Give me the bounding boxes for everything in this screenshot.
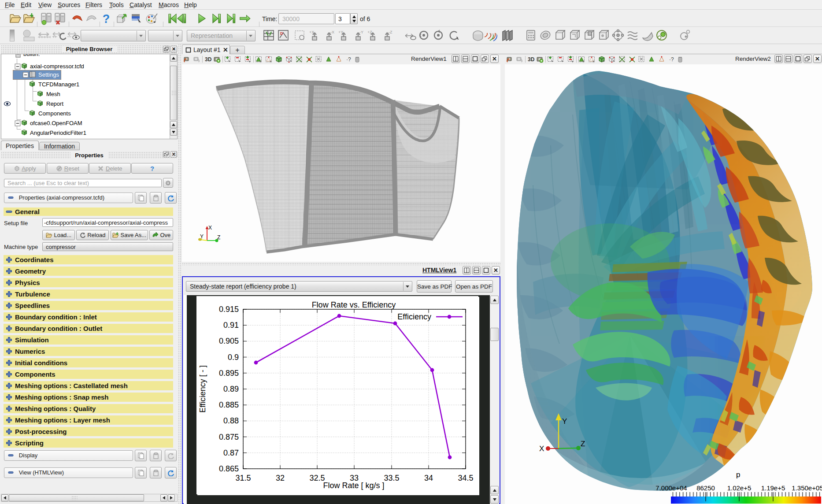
svg-text:D: D xyxy=(280,31,283,36)
svg-text:0.885: 0.885 xyxy=(219,400,239,409)
svg-text:34: 34 xyxy=(424,474,433,482)
svg-text:34.5: 34.5 xyxy=(458,474,473,482)
svg-text:0.915: 0.915 xyxy=(219,305,239,314)
svg-text:32.5: 32.5 xyxy=(309,474,325,482)
svg-text:Z: Z xyxy=(217,234,220,241)
svg-text:+Z: +Z xyxy=(367,30,372,34)
svg-text:p: p xyxy=(736,471,740,479)
svg-text:Y: Y xyxy=(562,417,567,426)
svg-text:Efficiency [ - ]: Efficiency [ - ] xyxy=(198,365,207,413)
svg-text:0.91: 0.91 xyxy=(223,321,239,330)
svg-text:32: 32 xyxy=(276,474,285,482)
svg-text:7.000e+04: 7.000e+04 xyxy=(655,484,687,492)
svg-text:1.350e+05: 1.350e+05 xyxy=(792,484,822,492)
svg-text:·?: ·? xyxy=(346,56,351,63)
svg-text:Efficiency: Efficiency xyxy=(397,312,431,321)
svg-text:Y: Y xyxy=(200,233,204,240)
svg-text:+X: +X xyxy=(309,30,314,34)
svg-text:0.89: 0.89 xyxy=(223,385,239,393)
svg-text:3D: 3D xyxy=(205,56,212,63)
svg-text:0.905: 0.905 xyxy=(219,337,239,345)
svg-text:-X: -X xyxy=(330,30,334,34)
svg-text:-Z: -Z xyxy=(389,30,392,34)
svg-text:+Y: +Y xyxy=(338,30,343,34)
svg-text:Flow Rate [ kg/s ]: Flow Rate [ kg/s ] xyxy=(323,481,384,490)
svg-text:0.9: 0.9 xyxy=(228,353,239,362)
svg-text:3D: 3D xyxy=(528,56,535,63)
svg-text:86250: 86250 xyxy=(696,484,715,492)
svg-text:1.19e+5: 1.19e+5 xyxy=(761,484,785,492)
svg-text:X: X xyxy=(539,445,544,453)
svg-text:0.88: 0.88 xyxy=(223,416,239,425)
svg-text:0.865: 0.865 xyxy=(219,464,239,473)
svg-text:31.5: 31.5 xyxy=(235,474,251,482)
svg-text:33: 33 xyxy=(350,474,359,482)
svg-text:·?: ·? xyxy=(669,56,674,63)
svg-text:33.5: 33.5 xyxy=(384,474,399,482)
svg-text:Z: Z xyxy=(581,440,585,448)
svg-text:Flow Rate vs. Efficiency: Flow Rate vs. Efficiency xyxy=(312,300,396,309)
svg-text:0.875: 0.875 xyxy=(219,433,239,441)
svg-text:0.895: 0.895 xyxy=(219,369,239,378)
svg-text:0.87: 0.87 xyxy=(223,448,239,457)
svg-text:-Y: -Y xyxy=(359,30,363,34)
svg-text:X: X xyxy=(208,225,212,231)
svg-text:1.02e+5: 1.02e+5 xyxy=(727,484,752,492)
